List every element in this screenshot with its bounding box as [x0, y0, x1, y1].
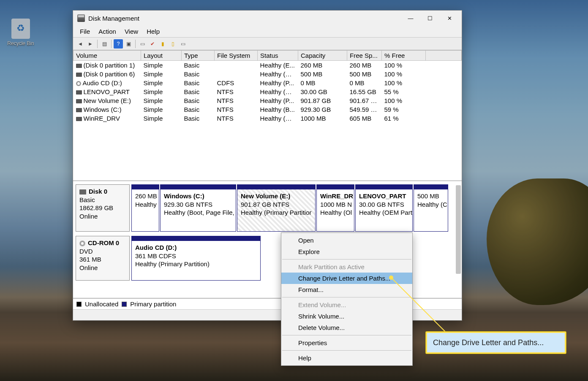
toolbar: ◄ ► ▤ ? ▣ ▭ ✔ ▮ ▯ ▭ — [73, 38, 462, 50]
col-status[interactable]: Status — [258, 51, 298, 61]
titlebar[interactable]: Disk Management — ☐ ✕ — [73, 11, 462, 26]
partition[interactable]: 500 MBHealthy (C — [414, 184, 448, 232]
partition-size: 500 MB — [417, 192, 444, 200]
cell-fs: NTFS — [215, 87, 258, 96]
volume-name: (Disk 0 partition 1) — [84, 62, 135, 69]
cell-fs: CDFS — [215, 78, 258, 87]
cell-free: 605 MB — [347, 114, 382, 123]
volume-name: (Disk 0 partition 6) — [84, 70, 135, 78]
gfx-scrollbar-thumb[interactable] — [456, 185, 461, 274]
cell-free: 549.59 GB — [347, 105, 382, 114]
cell-pct: 59 % — [382, 105, 426, 114]
disk-button[interactable]: ▭ — [138, 39, 147, 49]
disk-volume-icon — [76, 90, 82, 95]
col-fs[interactable]: File System — [215, 51, 258, 61]
volume-row[interactable]: WinRE_DRVSimpleBasicNTFSHealthy (…1000 M… — [74, 114, 462, 123]
new-striped-button[interactable]: ▯ — [168, 39, 177, 49]
partition[interactable]: LENOVO_PART30.00 GB NTFSHealthy (OEM Par… — [355, 184, 413, 232]
ctx-format[interactable]: Format... — [281, 284, 412, 295]
disk-label[interactable]: Disk 0Basic1862.89 GBOnline — [76, 184, 130, 232]
forward-button[interactable]: ► — [86, 39, 95, 49]
up-button[interactable]: ▤ — [100, 39, 109, 49]
disk-volume-icon — [76, 108, 82, 112]
more-button[interactable]: ▭ — [178, 39, 188, 49]
volume-row[interactable]: (Disk 0 partition 1)SimpleBasicHealthy (… — [74, 61, 462, 70]
cell-layout: Simple — [141, 87, 182, 96]
menu-action[interactable]: Action — [94, 27, 120, 36]
cell-pct: 100 % — [382, 78, 426, 87]
ctx-open[interactable]: Open — [281, 235, 412, 246]
cell-type: Basic — [182, 78, 215, 87]
partition-status: Healthy (OEM Part — [359, 208, 409, 217]
new-simple-button[interactable]: ▮ — [158, 39, 167, 49]
ctx-help[interactable]: Help — [281, 352, 412, 364]
partition-size: 1000 MB N — [320, 200, 351, 209]
partition[interactable]: WinRE_DR1000 MB NHealthy (Ol — [316, 184, 354, 232]
partition-name: Audio CD (D:) — [135, 243, 257, 252]
partition[interactable]: Windows (C:)929.30 GB NTFSHealthy (Boot,… — [160, 184, 236, 232]
partition-name: New Volume (E:) — [241, 192, 312, 200]
window-title: Disk Management — [88, 15, 139, 22]
volume-row[interactable]: New Volume (E:)SimpleBasicNTFSHealthy (P… — [74, 96, 462, 105]
menu-view[interactable]: View — [120, 27, 142, 36]
volume-row[interactable]: Audio CD (D:)SimpleBasicCDFSHealthy (P..… — [74, 78, 462, 87]
partition[interactable]: New Volume (E:)901.87 GB NTFSHealthy (Pr… — [237, 184, 316, 232]
back-button[interactable]: ◄ — [76, 39, 85, 49]
disk-volume-icon — [76, 117, 82, 121]
legend-primary-swatch — [122, 302, 127, 307]
partition-name: LENOVO_PART — [359, 192, 409, 200]
ctx-explore[interactable]: Explore — [281, 246, 412, 257]
col-pct[interactable]: % Free — [382, 51, 426, 61]
help-button[interactable]: ? — [114, 39, 123, 49]
disk-volume-icon — [76, 73, 82, 77]
cell-layout: Simple — [141, 78, 182, 87]
cell-cap: 901.87 GB — [298, 96, 347, 105]
col-volume[interactable]: Volume — [74, 51, 141, 61]
cell-fs: NTFS — [215, 114, 258, 123]
partition[interactable]: 260 MBHealthy — [131, 184, 159, 232]
volume-list: Volume Layout Type File System Status Ca… — [73, 50, 462, 181]
ctx-change-drive-letter[interactable]: Change Drive Letter and Paths... — [281, 273, 412, 284]
cell-layout: Simple — [141, 105, 182, 114]
col-capacity[interactable]: Capacity — [298, 51, 347, 61]
partition-status: Healthy (C — [417, 200, 444, 209]
ctx-mark-active: Mark Partition as Active — [281, 261, 412, 273]
check-button[interactable]: ✔ — [148, 39, 157, 49]
partition-status: Healthy — [135, 200, 155, 209]
cell-fs — [215, 61, 258, 70]
col-type[interactable]: Type — [182, 51, 215, 61]
menu-file[interactable]: File — [76, 27, 94, 36]
volume-header-row: Volume Layout Type File System Status Ca… — [74, 51, 462, 61]
partition[interactable]: Audio CD (D:)361 MB CDFSHealthy (Primary… — [131, 236, 261, 281]
app-icon — [77, 14, 85, 22]
calendar-button[interactable]: ▣ — [124, 39, 133, 49]
cell-free: 500 MB — [347, 70, 382, 78]
disk-volume-icon — [76, 64, 82, 68]
col-filler — [426, 51, 462, 61]
gfx-scrollbar[interactable] — [456, 184, 461, 295]
disk-volume-icon — [76, 99, 82, 103]
minimize-button[interactable]: — — [401, 12, 420, 24]
cell-type: Basic — [182, 105, 215, 114]
maximize-button[interactable]: ☐ — [420, 12, 440, 24]
cell-cap: 929.30 GB — [298, 105, 347, 114]
close-button[interactable]: ✕ — [440, 12, 459, 24]
volume-name: Windows (C:) — [84, 106, 122, 113]
cell-pct: 55 % — [382, 87, 426, 96]
volume-row[interactable]: Windows (C:)SimpleBasicNTFSHealthy (B...… — [74, 105, 462, 114]
disk-title: Disk 0 — [89, 188, 107, 195]
ctx-delete[interactable]: Delete Volume... — [281, 322, 412, 333]
ctx-properties[interactable]: Properties — [281, 337, 412, 349]
volume-row[interactable]: (Disk 0 partition 6)SimpleBasicHealthy (… — [74, 70, 462, 78]
cell-status: Healthy (… — [258, 114, 298, 123]
disk-label[interactable]: CD-ROM 0DVD361 MBOnline — [76, 236, 130, 281]
menu-help[interactable]: Help — [142, 27, 164, 36]
cell-free: 901.67 GB — [347, 96, 382, 105]
col-layout[interactable]: Layout — [141, 51, 182, 61]
cell-free: 16.55 GB — [347, 87, 382, 96]
volume-row[interactable]: LENOVO_PARTSimpleBasicNTFSHealthy (…30.0… — [74, 87, 462, 96]
ctx-shrink[interactable]: Shrink Volume... — [281, 311, 412, 322]
cell-status: Healthy (… — [258, 87, 298, 96]
col-free[interactable]: Free Sp... — [347, 51, 382, 61]
cell-status: Healthy (E... — [258, 61, 298, 70]
